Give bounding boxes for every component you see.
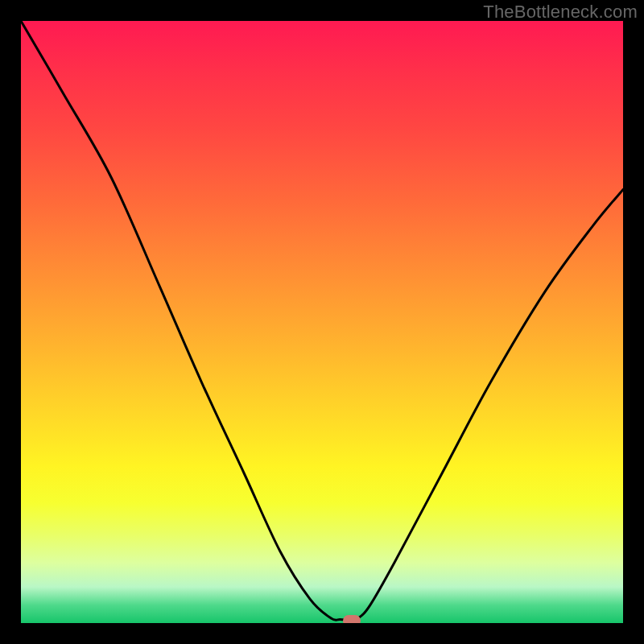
bottleneck-curve bbox=[21, 21, 623, 620]
optimal-marker bbox=[343, 615, 361, 623]
plot-area bbox=[21, 21, 623, 623]
chart-frame: TheBottleneck.com bbox=[0, 0, 644, 644]
curve-svg bbox=[21, 21, 623, 623]
attribution-text: TheBottleneck.com bbox=[483, 2, 638, 23]
